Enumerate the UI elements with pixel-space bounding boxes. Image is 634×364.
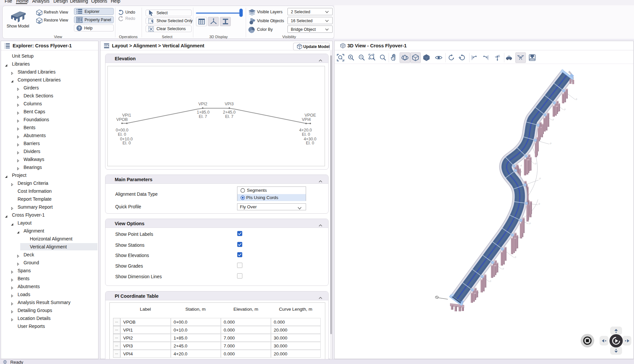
svg-text:12: 12	[514, 256, 516, 258]
svg-text:El. 0: El. 0	[118, 132, 126, 137]
svg-text:12: 12	[563, 108, 566, 111]
svg-text:VPI3: VPI3	[225, 102, 234, 106]
svg-text:El. 0: El. 0	[123, 141, 131, 145]
svg-text:12: 12	[534, 162, 537, 165]
svg-text:El. 0: El. 0	[302, 132, 310, 137]
svg-text:12: 12	[539, 177, 541, 180]
svg-text:12: 12	[538, 202, 540, 205]
svg-text:12: 12	[501, 267, 504, 270]
svg-text:VPI1: VPI1	[122, 113, 131, 118]
svg-text:VPI4: VPI4	[302, 117, 311, 122]
svg-text:12: 12	[489, 280, 491, 283]
svg-text:?: ?	[78, 26, 80, 30]
svg-text:0+00.0: 0+00.0	[116, 128, 128, 132]
svg-text:VPOE: VPOE	[305, 113, 316, 118]
svg-text:12: 12	[520, 164, 522, 167]
svg-text:El. 7: El. 7	[199, 114, 207, 119]
svg-text:VPOB: VPOB	[116, 117, 128, 122]
svg-text:VPI2: VPI2	[198, 102, 207, 106]
svg-text:El. 7: El. 7	[225, 114, 233, 119]
svg-text:12: 12	[551, 118, 554, 121]
svg-text:12: 12	[549, 142, 552, 145]
svg-text:12: 12	[575, 98, 577, 100]
svg-text:12: 12	[528, 222, 531, 225]
svg-text:4+20.0: 4+20.0	[299, 128, 312, 132]
svg-text:El. 0: El. 0	[306, 141, 314, 145]
